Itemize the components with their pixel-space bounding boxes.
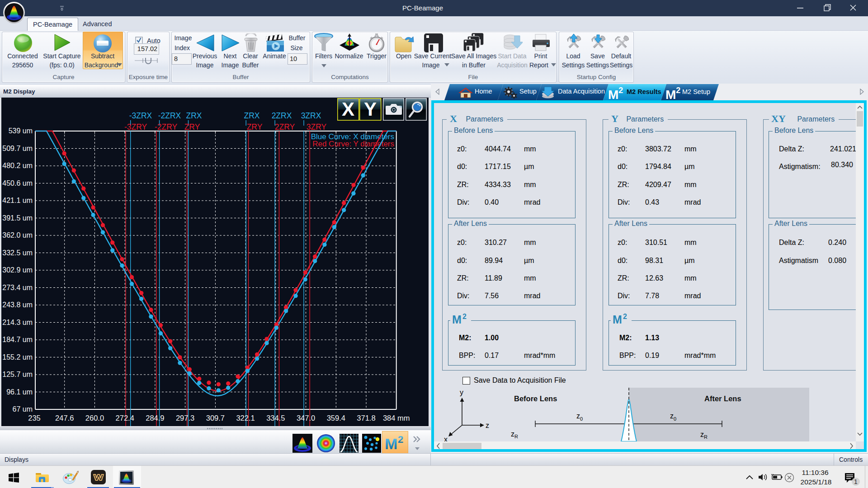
svg-text:XY: XY	[771, 113, 786, 123]
svg-text:2: 2	[398, 434, 403, 445]
svg-text:384 mm: 384 mm	[383, 414, 410, 422]
svg-text:-2ZRX: -2ZRX	[158, 111, 181, 120]
svg-text:322.1: 322.1	[236, 414, 255, 422]
svg-text:2: 2	[462, 314, 467, 320]
svg-text:480.2 um: 480.2 um	[2, 162, 33, 169]
svg-text:247.6: 247.6	[55, 414, 74, 422]
svg-text:ZRY: ZRY	[184, 122, 200, 131]
svg-text:421.1 um: 421.1 um	[2, 197, 33, 204]
svg-text:z: z	[700, 431, 704, 438]
svg-text:-2ZRY: -2ZRY	[155, 122, 178, 131]
svg-text:M: M	[452, 314, 462, 325]
svg-text:0: 0	[674, 416, 676, 422]
svg-text:z: z	[511, 430, 514, 438]
svg-text:3ZRX: 3ZRX	[301, 111, 321, 120]
svg-text:371.8: 371.8	[357, 414, 375, 422]
svg-text:359.4: 359.4	[327, 414, 345, 422]
svg-text:260.0: 260.0	[85, 414, 104, 422]
svg-text:3ZRY: 3ZRY	[307, 122, 327, 131]
svg-text:391.5 um: 391.5 um	[2, 214, 33, 222]
svg-text:y: y	[460, 389, 463, 396]
svg-text:67 um: 67 um	[13, 405, 33, 413]
svg-text:450.6 um: 450.6 um	[2, 179, 33, 187]
svg-text:-3ZRX: -3ZRX	[129, 111, 152, 120]
svg-text:-3ZRY: -3ZRY	[124, 122, 147, 131]
svg-text:M: M	[385, 435, 397, 452]
svg-text:ZRX: ZRX	[244, 111, 260, 120]
svg-text:After Lens: After Lens	[704, 394, 741, 403]
svg-text:297.3: 297.3	[176, 414, 194, 422]
svg-text:z: z	[486, 422, 489, 429]
svg-text:z: z	[670, 412, 674, 420]
svg-text:96.1 um: 96.1 um	[6, 388, 33, 396]
svg-text:272.4: 272.4	[116, 414, 134, 422]
svg-text:332.5 um: 332.5 um	[2, 249, 33, 257]
svg-text:R: R	[514, 434, 518, 439]
svg-text:x: x	[444, 436, 448, 441]
svg-text:ZRY: ZRY	[247, 122, 263, 131]
svg-text:273.4 um: 273.4 um	[2, 284, 33, 291]
svg-text:Y: Y	[364, 99, 377, 120]
svg-text:155.2 um: 155.2 um	[2, 353, 33, 361]
svg-text:362.0 um: 362.0 um	[2, 231, 33, 239]
svg-text:M: M	[613, 314, 622, 325]
svg-text:243.8 um: 243.8 um	[2, 301, 33, 309]
svg-text:2ZRX: 2ZRX	[272, 111, 292, 120]
svg-text:184.7 um: 184.7 um	[2, 336, 33, 343]
svg-text:347.0: 347.0	[297, 414, 315, 422]
svg-text:ZRX: ZRX	[186, 111, 202, 120]
svg-text:X: X	[450, 113, 457, 123]
svg-text:214.3 um: 214.3 um	[2, 319, 33, 326]
svg-text:539 um: 539 um	[9, 127, 33, 135]
svg-text:125.7 um: 125.7 um	[2, 371, 33, 378]
svg-text:Y: Y	[611, 113, 618, 123]
svg-text:Before Lens: Before Lens	[514, 394, 557, 403]
svg-text:334.5: 334.5	[266, 414, 285, 422]
svg-text:0: 0	[580, 416, 583, 422]
svg-text:2ZRY: 2ZRY	[275, 122, 295, 131]
svg-text:284.9: 284.9	[146, 414, 164, 422]
svg-text:309.7: 309.7	[206, 414, 225, 422]
svg-text:2: 2	[623, 314, 627, 320]
svg-text:z: z	[576, 412, 580, 420]
svg-text:1: 1	[854, 478, 858, 485]
svg-text:X: X	[342, 99, 354, 120]
svg-text:302.9 um: 302.9 um	[2, 266, 33, 274]
svg-text:235: 235	[28, 414, 41, 422]
svg-text:509.7 um: 509.7 um	[2, 145, 33, 152]
svg-text:R: R	[704, 434, 708, 440]
